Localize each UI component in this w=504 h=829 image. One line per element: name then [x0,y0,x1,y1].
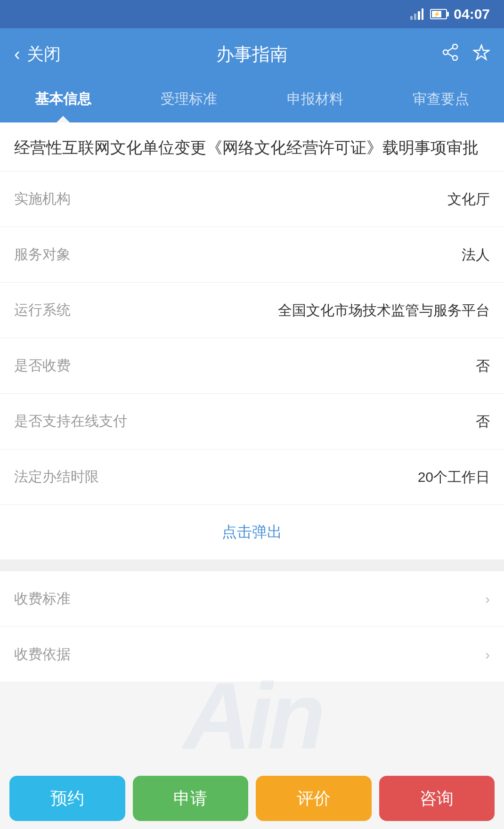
signal-icon [410,8,423,20]
tab-materials[interactable]: 申报材料 [252,80,378,122]
tab-basic[interactable]: 基本信息 [0,80,126,122]
back-button[interactable]: ‹ [14,45,20,63]
svg-point-1 [443,50,448,55]
chevron-right-icon-1: › [485,647,490,663]
section-separator [0,560,504,571]
header-title: 办事指南 [216,42,288,66]
info-label-3: 是否收费 [14,356,71,375]
battery-icon: ⚡ [430,9,447,19]
yuyue-button[interactable]: 预约 [9,776,125,821]
svg-line-3 [448,48,453,51]
zixun-button[interactable]: 咨询 [379,776,495,821]
list-section: 收费标准 › 收费依据 › [0,571,504,683]
expand-row[interactable]: 点击弹出 [0,505,504,560]
info-row-5: 法定办结时限 20个工作日 [0,449,504,505]
close-button[interactable]: 关闭 [27,43,61,66]
bottom-action-bar: 预约 申请 评价 咨询 [0,768,504,829]
page-title-section: 经营性互联网文化单位变更《网络文化经营许可证》载明事项审批 [0,122,504,171]
info-label-5: 法定办结时限 [14,467,99,487]
watermark-text: Ain [183,669,321,763]
info-label-4: 是否支持在线支付 [14,412,127,431]
status-time: 04:07 [454,6,490,22]
info-value-3: 否 [476,355,490,376]
info-row-4: 是否支持在线支付 否 [0,394,504,449]
status-bar: ⚡ 04:07 [0,0,504,28]
svg-marker-5 [474,45,489,59]
info-row-3: 是否收费 否 [0,338,504,394]
shenqing-button[interactable]: 申请 [133,776,249,821]
info-label-1: 服务对象 [14,245,71,264]
pingjia-button[interactable]: 评价 [256,776,372,821]
header-left: ‹ 关闭 [14,43,61,66]
list-row-label-1: 收费依据 [14,645,71,664]
info-value-4: 否 [476,411,490,432]
info-value-1: 法人 [462,244,490,265]
info-section: 实施机构 文化厅 服务对象 法人 运行系统 全国文化市场技术监管与服务平台 是否… [0,171,504,505]
list-row-label-0: 收费标准 [14,589,71,609]
page-title: 经营性互联网文化单位变更《网络文化经营许可证》载明事项审批 [14,136,490,160]
expand-text[interactable]: 点击弹出 [222,523,282,540]
info-row-1: 服务对象 法人 [0,227,504,283]
tabs-bar: 基本信息 受理标准 申报材料 审查要点 [0,80,504,122]
info-row-0: 实施机构 文化厅 [0,171,504,227]
svg-point-2 [453,56,457,60]
star-icon[interactable] [473,44,490,65]
info-label-2: 运行系统 [14,301,71,320]
watermark: Ain [0,669,504,763]
list-row-0[interactable]: 收费标准 › [0,571,504,627]
share-icon[interactable] [442,44,459,65]
header: ‹ 关闭 办事指南 [0,28,504,80]
tab-review[interactable]: 审查要点 [378,80,504,122]
info-value-0: 文化厅 [447,188,490,210]
chevron-right-icon-0: › [485,591,490,607]
info-value-2: 全国文化市场技术监管与服务平台 [278,300,490,321]
info-row-2: 运行系统 全国文化市场技术监管与服务平台 [0,283,504,338]
header-right [442,44,490,65]
svg-line-4 [448,54,453,57]
list-row-1[interactable]: 收费依据 › [0,627,504,683]
status-icons: ⚡ 04:07 [410,6,490,22]
info-value-5: 20个工作日 [418,466,490,488]
svg-point-0 [453,44,457,49]
tab-standard[interactable]: 受理标准 [126,80,252,122]
info-label-0: 实施机构 [14,189,71,209]
